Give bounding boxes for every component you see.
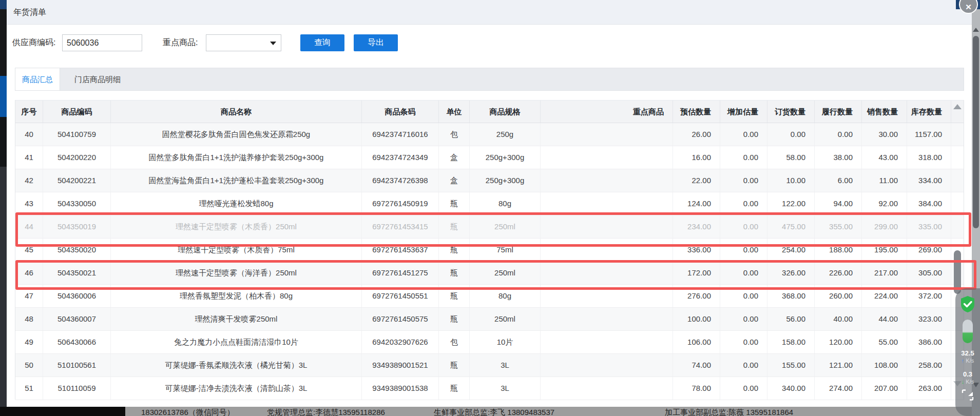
table-cell: 47 — [15, 285, 43, 307]
table-row[interactable]: 45504350020理然速干定型喷雾（木质香）75ml697276145363… — [15, 239, 964, 262]
table-cell: 0.00 — [720, 262, 767, 284]
table-cell: 263.00 — [907, 377, 951, 400]
table-cell: 0.00 — [720, 377, 767, 400]
table-cell: 250ml — [470, 308, 541, 330]
tab-store-product-detail[interactable]: 门店商品明细 — [60, 68, 135, 90]
toolbar: 供应商编码: 重点商品: 查询 导出 — [7, 25, 972, 61]
header-cell[interactable]: 重点商品 — [541, 101, 673, 123]
header-cell[interactable]: 履行数量 — [815, 101, 862, 123]
header-cell[interactable]: 商品条码 — [362, 101, 439, 123]
table-row[interactable]: 40504100759固然堂樱花多肽角蛋白固色焦发还原霜250g69423747… — [15, 123, 964, 146]
table-cell: 6.00 — [815, 169, 862, 192]
table-cell: 368.00 — [767, 285, 815, 307]
table-cell: 0.00 — [720, 169, 767, 192]
table-cell: 43 — [15, 192, 43, 215]
table-cell: 6942374724349 — [362, 146, 439, 169]
close-button[interactable]: ✕ — [959, 0, 978, 14]
header-cell[interactable]: 商品规格 — [470, 101, 541, 123]
download-speed-value: 0.3 — [963, 370, 972, 378]
table-cell: 0.00 — [720, 239, 767, 261]
table-row[interactable]: 42504200221固然堂海盐角蛋白1+1洗护蓬松丰盈套装250g+300g6… — [15, 169, 964, 192]
table-cell: 506430066 — [43, 331, 111, 353]
table-cell: 0.00 — [720, 215, 767, 238]
header-cell[interactable]: 序号 — [15, 101, 43, 123]
table-cell: 334.00 — [907, 169, 951, 192]
table-cell: 瓶 — [439, 308, 470, 330]
table-cell: 122.00 — [767, 192, 815, 215]
table-cell: 217.00 — [862, 262, 907, 284]
table-cell: 299.00 — [862, 215, 907, 238]
table-cell: 包 — [439, 331, 470, 353]
key-product-select[interactable] — [206, 34, 281, 51]
tab-product-summary[interactable]: 商品汇总 — [15, 68, 60, 90]
table-cell: 理然速干定型喷雾（海洋香）250ml — [111, 262, 362, 284]
table-cell — [541, 123, 673, 146]
table-cell: 盒 — [439, 146, 470, 169]
table-cell: 兔之力魔力小点点鞋面清洁湿巾10片 — [111, 331, 362, 353]
table-cell: 504360007 — [43, 308, 111, 330]
table-row[interactable]: 46504350021理然速干定型喷雾（海洋香）250ml69727614512… — [15, 262, 964, 285]
table-row[interactable]: 41504200220固然堂多肽角蛋白1+1洗护滋养修护套装250g+300g6… — [15, 146, 964, 169]
capsule-status-icon[interactable] — [963, 320, 973, 343]
table-cell: 1157.00 — [907, 123, 951, 146]
header-cell[interactable]: 预估数量 — [673, 101, 720, 123]
table-cell: 可莱缇娜-洁净去渍洗衣液（清韵山茶）3L — [111, 377, 362, 400]
table-cell: 250ml — [470, 262, 541, 284]
table-cell: 理然哑光蓬松发蜡80g — [111, 192, 362, 215]
table-cell: 504350019 — [43, 215, 111, 238]
table-row[interactable]: 48504360007理然清爽干发喷雾250ml6972761450575瓶25… — [15, 308, 964, 331]
table-row[interactable]: 50510100561可莱缇娜-香氛柔顺洗衣液（橘光甘菊）3L934938900… — [15, 354, 964, 377]
table-cell: 41 — [15, 146, 43, 169]
supplier-code-input[interactable] — [62, 34, 142, 51]
table-cell: 6942374726398 — [362, 169, 439, 192]
row-gutter — [951, 123, 962, 146]
chevron-down-icon — [270, 42, 276, 45]
table-cell: 42 — [15, 169, 43, 192]
header-cell[interactable]: 销售数量 — [862, 101, 907, 123]
screen: { "modal": { "title": "年货清单", "close_gly… — [0, 0, 980, 416]
table-cell: 121.00 — [815, 354, 862, 377]
floating-utility-widget[interactable]: 32.5 ↑ K/s 0.3 ↓ K/s — [955, 288, 980, 416]
table-cell: 0.00 — [720, 146, 767, 169]
page-scroll-up-icon[interactable] — [973, 28, 979, 32]
table-cell: 44 — [15, 215, 43, 238]
table-cell: 瓶 — [439, 262, 470, 284]
table-cell: 323.00 — [907, 308, 951, 330]
modal-dialog: 年货清单 供应商编码: 重点商品: 查询 导出 商品汇总 门店商品明细 序号商品… — [7, 0, 972, 407]
table-cell — [541, 239, 673, 261]
table-cell: 504200221 — [43, 169, 111, 192]
query-button[interactable]: 查询 — [300, 34, 344, 51]
shield-check-icon[interactable] — [960, 295, 975, 313]
table-cell: 0.00 — [767, 123, 815, 146]
table-cell: 26.00 — [673, 123, 720, 146]
table-scroll-up-icon[interactable] — [953, 104, 962, 109]
table-row[interactable]: 44504350019理然速干定型喷雾（木质香）250ml69727614534… — [15, 215, 964, 239]
export-button[interactable]: 导出 — [354, 34, 398, 51]
table-cell: 可莱缇娜-香氛柔顺洗衣液（橘光甘菊）3L — [111, 354, 362, 377]
table-row[interactable]: 43504330050理然哑光蓬松发蜡80g6972761450919瓶80g1… — [15, 192, 964, 215]
header-cell[interactable]: 商品编码 — [43, 101, 111, 123]
table-row[interactable]: 47504360006理然香氛塑型发泥（柏木香）80g6972761450551… — [15, 285, 964, 308]
table-scrollbar-thumb[interactable] — [954, 250, 961, 294]
header-cell[interactable]: 商品名称 — [111, 101, 362, 123]
table-row[interactable]: 51510110059可莱缇娜-洁净去渍洗衣液（清韵山茶）3L934938900… — [15, 377, 964, 400]
table-cell — [541, 285, 673, 307]
header-cell[interactable]: 增加估量 — [720, 101, 767, 123]
header-cell[interactable]: 库存数量 — [907, 101, 951, 123]
table-row[interactable]: 49506430066兔之力魔力小点点鞋面清洁湿巾10片694203290762… — [15, 331, 964, 354]
header-cell[interactable]: 订货数量 — [767, 101, 815, 123]
arrow-up-icon: ↑ — [962, 358, 965, 364]
screenshot-icon[interactable] — [962, 389, 974, 401]
header-cell[interactable]: 单位 — [439, 101, 470, 123]
table-cell: 78.00 — [673, 377, 720, 400]
table-cell: 瓶 — [439, 192, 470, 215]
table-cell: 瓶 — [439, 377, 470, 400]
table-cell: 510110059 — [43, 377, 111, 400]
page-scrollbar-thumb[interactable] — [973, 36, 979, 228]
table-cell: 336.00 — [673, 239, 720, 261]
table-cell: 6972761450919 — [362, 192, 439, 215]
arrow-down-icon: ↓ — [962, 379, 965, 385]
table-cell: 44.00 — [862, 308, 907, 330]
table-cell: 6972761450551 — [362, 285, 439, 307]
table-cell: 124.00 — [673, 192, 720, 215]
